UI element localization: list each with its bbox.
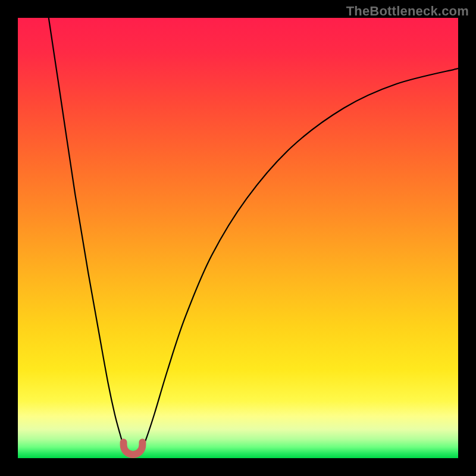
watermark-text: TheBottleneck.com bbox=[346, 4, 469, 19]
chart-svg bbox=[18, 18, 458, 458]
plot-area bbox=[18, 18, 458, 458]
outer-frame: TheBottleneck.com bbox=[0, 0, 476, 476]
gradient-background bbox=[18, 18, 458, 458]
